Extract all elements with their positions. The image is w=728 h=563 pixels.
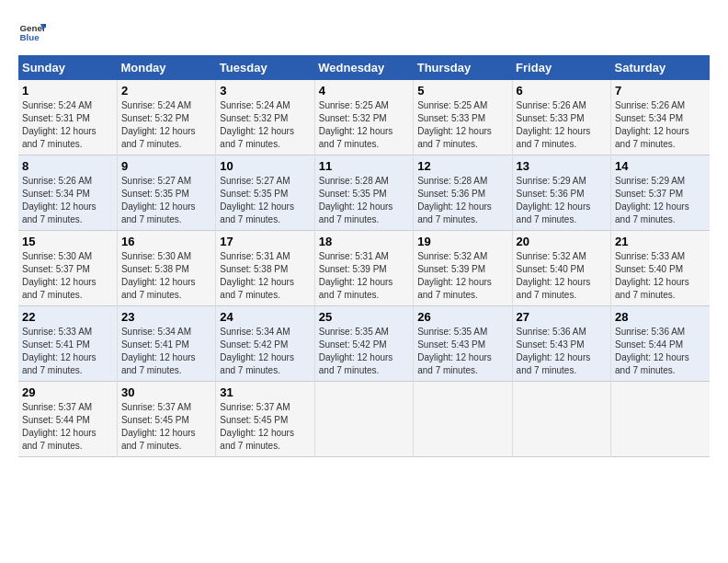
calendar-week-row: 22 Sunrise: 5:33 AM Sunset: 5:41 PM Dayl… xyxy=(18,306,710,382)
calendar-cell: 6 Sunrise: 5:26 AM Sunset: 5:33 PM Dayli… xyxy=(512,80,610,155)
day-number: 23 xyxy=(121,310,211,324)
day-detail: Sunrise: 5:35 AM Sunset: 5:43 PM Dayligh… xyxy=(417,326,507,377)
day-number: 4 xyxy=(319,84,409,98)
day-detail: Sunrise: 5:34 AM Sunset: 5:42 PM Dayligh… xyxy=(220,326,310,377)
calendar-cell: 5 Sunrise: 5:25 AM Sunset: 5:33 PM Dayli… xyxy=(414,80,512,155)
weekday-header-wednesday: Wednesday xyxy=(314,55,413,80)
calendar-cell: 8 Sunrise: 5:26 AM Sunset: 5:34 PM Dayli… xyxy=(18,155,117,231)
calendar-week-row: 1 Sunrise: 5:24 AM Sunset: 5:31 PM Dayli… xyxy=(18,80,710,155)
logo-icon: General Blue xyxy=(18,18,46,46)
day-detail: Sunrise: 5:31 AM Sunset: 5:39 PM Dayligh… xyxy=(319,250,409,302)
day-number: 29 xyxy=(22,385,113,399)
calendar-cell: 29 Sunrise: 5:37 AM Sunset: 5:44 PM Dayl… xyxy=(18,382,117,457)
calendar-cell: 22 Sunrise: 5:33 AM Sunset: 5:41 PM Dayl… xyxy=(18,306,117,382)
day-number: 30 xyxy=(121,385,211,399)
calendar-cell: 23 Sunrise: 5:34 AM Sunset: 5:41 PM Dayl… xyxy=(117,306,215,382)
calendar-cell xyxy=(611,382,710,457)
calendar-cell: 31 Sunrise: 5:37 AM Sunset: 5:45 PM Dayl… xyxy=(216,382,314,457)
calendar-cell: 26 Sunrise: 5:35 AM Sunset: 5:43 PM Dayl… xyxy=(414,306,512,382)
calendar-cell: 4 Sunrise: 5:25 AM Sunset: 5:32 PM Dayli… xyxy=(314,80,413,155)
day-number: 13 xyxy=(517,159,607,173)
weekday-header-tuesday: Tuesday xyxy=(216,55,314,80)
calendar-cell: 19 Sunrise: 5:32 AM Sunset: 5:39 PM Dayl… xyxy=(414,231,512,306)
calendar-cell: 24 Sunrise: 5:34 AM Sunset: 5:42 PM Dayl… xyxy=(216,306,314,382)
weekday-header-sunday: Sunday xyxy=(18,55,117,80)
day-number: 31 xyxy=(220,385,310,399)
logo: General Blue xyxy=(18,18,46,46)
day-detail: Sunrise: 5:26 AM Sunset: 5:33 PM Dayligh… xyxy=(517,99,607,151)
day-detail: Sunrise: 5:33 AM Sunset: 5:41 PM Dayligh… xyxy=(22,326,113,377)
day-detail: Sunrise: 5:25 AM Sunset: 5:32 PM Dayligh… xyxy=(319,99,409,151)
calendar-cell: 7 Sunrise: 5:26 AM Sunset: 5:34 PM Dayli… xyxy=(611,80,710,155)
day-detail: Sunrise: 5:24 AM Sunset: 5:32 PM Dayligh… xyxy=(220,99,310,151)
calendar-cell: 28 Sunrise: 5:36 AM Sunset: 5:44 PM Dayl… xyxy=(611,306,710,382)
day-number: 6 xyxy=(517,84,607,98)
day-number: 19 xyxy=(417,235,507,248)
day-number: 8 xyxy=(22,159,113,173)
day-number: 9 xyxy=(121,159,211,173)
day-detail: Sunrise: 5:27 AM Sunset: 5:35 PM Dayligh… xyxy=(220,175,310,226)
day-detail: Sunrise: 5:25 AM Sunset: 5:33 PM Dayligh… xyxy=(417,99,507,151)
day-detail: Sunrise: 5:29 AM Sunset: 5:37 PM Dayligh… xyxy=(615,175,706,226)
calendar-cell: 16 Sunrise: 5:30 AM Sunset: 5:38 PM Dayl… xyxy=(117,231,215,306)
calendar-cell xyxy=(414,382,512,457)
day-detail: Sunrise: 5:36 AM Sunset: 5:43 PM Dayligh… xyxy=(517,326,607,377)
day-number: 1 xyxy=(22,84,113,98)
day-detail: Sunrise: 5:30 AM Sunset: 5:38 PM Dayligh… xyxy=(121,250,211,302)
day-number: 3 xyxy=(220,84,310,98)
day-detail: Sunrise: 5:34 AM Sunset: 5:41 PM Dayligh… xyxy=(121,326,211,377)
day-detail: Sunrise: 5:29 AM Sunset: 5:36 PM Dayligh… xyxy=(517,175,607,226)
day-detail: Sunrise: 5:33 AM Sunset: 5:40 PM Dayligh… xyxy=(615,250,706,302)
calendar-cell: 30 Sunrise: 5:37 AM Sunset: 5:45 PM Dayl… xyxy=(117,382,215,457)
calendar-cell: 20 Sunrise: 5:32 AM Sunset: 5:40 PM Dayl… xyxy=(512,231,610,306)
day-number: 28 xyxy=(615,310,706,324)
day-detail: Sunrise: 5:31 AM Sunset: 5:38 PM Dayligh… xyxy=(220,250,310,302)
calendar-cell: 27 Sunrise: 5:36 AM Sunset: 5:43 PM Dayl… xyxy=(512,306,610,382)
day-number: 27 xyxy=(517,310,607,324)
day-number: 17 xyxy=(220,235,310,248)
weekday-header-saturday: Saturday xyxy=(611,55,710,80)
day-number: 2 xyxy=(121,84,211,98)
day-number: 26 xyxy=(417,310,507,324)
day-detail: Sunrise: 5:30 AM Sunset: 5:37 PM Dayligh… xyxy=(22,250,113,302)
day-number: 20 xyxy=(517,235,607,248)
calendar-cell: 15 Sunrise: 5:30 AM Sunset: 5:37 PM Dayl… xyxy=(18,231,117,306)
calendar-cell: 2 Sunrise: 5:24 AM Sunset: 5:32 PM Dayli… xyxy=(117,80,215,155)
day-number: 14 xyxy=(615,159,706,173)
calendar-cell: 25 Sunrise: 5:35 AM Sunset: 5:42 PM Dayl… xyxy=(314,306,413,382)
calendar-cell: 11 Sunrise: 5:28 AM Sunset: 5:35 PM Dayl… xyxy=(314,155,413,231)
calendar-cell: 17 Sunrise: 5:31 AM Sunset: 5:38 PM Dayl… xyxy=(216,231,314,306)
day-number: 18 xyxy=(319,235,409,248)
day-detail: Sunrise: 5:32 AM Sunset: 5:40 PM Dayligh… xyxy=(517,250,607,302)
day-detail: Sunrise: 5:35 AM Sunset: 5:42 PM Dayligh… xyxy=(319,326,409,377)
day-detail: Sunrise: 5:28 AM Sunset: 5:35 PM Dayligh… xyxy=(319,175,409,226)
day-number: 15 xyxy=(22,235,113,248)
day-detail: Sunrise: 5:26 AM Sunset: 5:34 PM Dayligh… xyxy=(615,99,706,151)
day-number: 24 xyxy=(220,310,310,324)
day-detail: Sunrise: 5:36 AM Sunset: 5:44 PM Dayligh… xyxy=(615,326,706,377)
calendar-cell xyxy=(314,382,413,457)
weekday-header-thursday: Thursday xyxy=(414,55,512,80)
day-detail: Sunrise: 5:26 AM Sunset: 5:34 PM Dayligh… xyxy=(22,175,113,226)
day-detail: Sunrise: 5:24 AM Sunset: 5:31 PM Dayligh… xyxy=(22,99,113,151)
page-header: General Blue xyxy=(18,18,710,46)
day-detail: Sunrise: 5:37 AM Sunset: 5:44 PM Dayligh… xyxy=(22,401,113,453)
day-number: 22 xyxy=(22,310,113,324)
calendar-week-row: 15 Sunrise: 5:30 AM Sunset: 5:37 PM Dayl… xyxy=(18,231,710,306)
calendar-cell: 18 Sunrise: 5:31 AM Sunset: 5:39 PM Dayl… xyxy=(314,231,413,306)
day-number: 11 xyxy=(319,159,409,173)
calendar-week-row: 8 Sunrise: 5:26 AM Sunset: 5:34 PM Dayli… xyxy=(18,155,710,231)
weekday-header-monday: Monday xyxy=(117,55,215,80)
calendar-cell xyxy=(512,382,610,457)
calendar-cell: 10 Sunrise: 5:27 AM Sunset: 5:35 PM Dayl… xyxy=(216,155,314,231)
calendar-cell: 1 Sunrise: 5:24 AM Sunset: 5:31 PM Dayli… xyxy=(18,80,117,155)
day-number: 10 xyxy=(220,159,310,173)
day-detail: Sunrise: 5:27 AM Sunset: 5:35 PM Dayligh… xyxy=(121,175,211,226)
calendar-cell: 3 Sunrise: 5:24 AM Sunset: 5:32 PM Dayli… xyxy=(216,80,314,155)
day-number: 16 xyxy=(121,235,211,248)
calendar-cell: 13 Sunrise: 5:29 AM Sunset: 5:36 PM Dayl… xyxy=(512,155,610,231)
day-detail: Sunrise: 5:32 AM Sunset: 5:39 PM Dayligh… xyxy=(417,250,507,302)
day-detail: Sunrise: 5:37 AM Sunset: 5:45 PM Dayligh… xyxy=(220,401,310,453)
svg-text:Blue: Blue xyxy=(20,32,40,42)
day-detail: Sunrise: 5:37 AM Sunset: 5:45 PM Dayligh… xyxy=(121,401,211,453)
